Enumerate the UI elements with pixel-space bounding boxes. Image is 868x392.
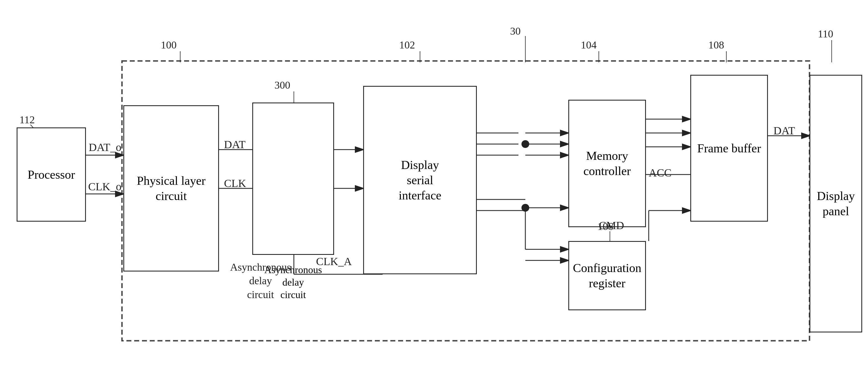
display-panel-block: Display panel: [809, 75, 862, 332]
processor-block: Processor: [17, 127, 86, 222]
clk-a-label: CLK_A: [316, 255, 352, 268]
ref-30: 30: [510, 25, 521, 37]
display-serial-block: Displayserialinterface: [363, 86, 477, 274]
ref-108: 108: [708, 39, 724, 51]
ref-104: 104: [581, 39, 597, 51]
dat-out-label: DAT: [773, 124, 795, 137]
config-register-block: Configuration register: [568, 241, 646, 310]
physical-layer-block: Physical layer circuit: [123, 105, 219, 271]
diagram-container: Processor Physical layer circuit Asynchr…: [0, 0, 868, 392]
display-serial-label: Displayserialinterface: [399, 157, 441, 203]
ref-106: 106: [597, 220, 613, 232]
acc-label: ACC: [649, 166, 672, 179]
dat-label: DAT: [224, 138, 246, 151]
ref-112: 112: [20, 113, 35, 126]
ref-110: 110: [818, 28, 833, 40]
async-delay-text-label: Asynchronousdelaycircuit: [230, 260, 291, 301]
physical-layer-label: Physical layer circuit: [124, 173, 218, 204]
ref-100: 100: [161, 39, 177, 51]
processor-label: Processor: [27, 167, 75, 182]
clk-o-label: CLK_o: [88, 180, 121, 193]
frame-buffer-block: Frame buffer: [690, 75, 768, 222]
memory-controller-label: Memory controller: [569, 148, 645, 179]
display-panel-label: Display panel: [810, 188, 861, 219]
ref-102: 102: [399, 39, 415, 51]
frame-buffer-label: Frame buffer: [697, 141, 761, 156]
ref-300: 300: [275, 79, 290, 91]
dat-o-label: DAT_o: [89, 141, 121, 154]
config-register-label: Configuration register: [569, 260, 645, 291]
memory-controller-block: Memory controller: [568, 100, 646, 227]
async-delay-block: Asynchronousdelaycircuit: [252, 102, 334, 255]
clk-label: CLK: [224, 177, 246, 190]
